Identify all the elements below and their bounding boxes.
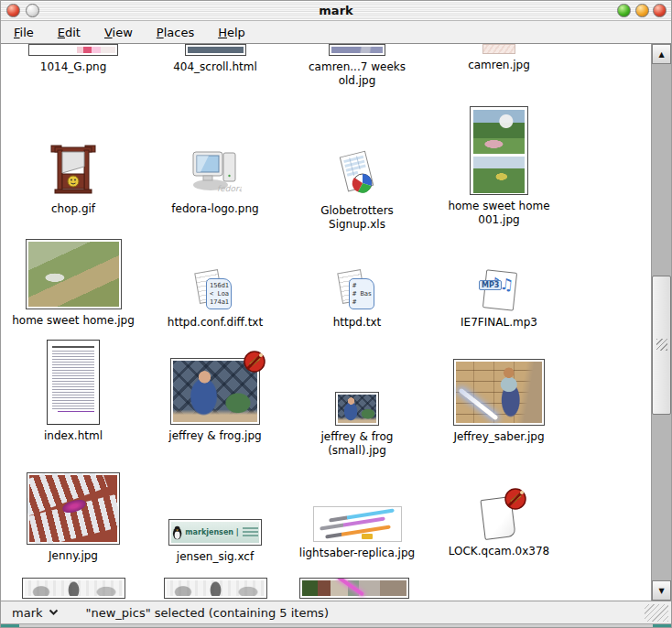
file-item[interactable]: jeffrey & frog (small).jpg	[288, 392, 426, 458]
file-item[interactable]: markjensen | jensen_sig.xcf	[146, 519, 284, 564]
window-close-button-right-icon[interactable]	[653, 4, 667, 17]
file-item[interactable]: lightsaber-replica.jpg	[288, 506, 426, 560]
image-thumbnail	[164, 578, 267, 599]
menu-view[interactable]: View	[95, 23, 142, 42]
image-thumbnail	[185, 44, 246, 56]
file-label: camren...7 weeks old.jpg	[306, 60, 408, 88]
image-thumbnail	[28, 44, 118, 56]
audio-file-icon: ♪♫ MP3	[477, 269, 521, 311]
spreadsheet-icon	[334, 150, 380, 200]
no-write-emblem-icon	[243, 350, 267, 374]
file-label: httpd.txt	[333, 316, 382, 330]
menu-file[interactable]: File	[5, 23, 43, 42]
menubar: File Edit View Places Help	[1, 21, 671, 44]
file-label: httpd.conf.diff.txt	[168, 316, 263, 330]
image-thumbnail	[482, 44, 515, 54]
file-label: jeffrey & frog.jpg	[168, 429, 261, 443]
file-label: Jenny.jpg	[49, 549, 98, 563]
image-thumbnail	[22, 578, 125, 599]
scrollbar-thumb[interactable]	[652, 276, 671, 415]
file-label: Jeffrey_saber.jpg	[453, 430, 544, 444]
image-thumbnail	[470, 106, 528, 195]
file-label: fedora-logo.png	[171, 202, 258, 216]
file-item[interactable]	[146, 578, 284, 599]
file-label: Globetrotters Signup.xls	[311, 204, 403, 232]
menu-edit[interactable]: Edit	[49, 23, 90, 42]
location-button[interactable]: mark	[8, 604, 62, 622]
file-label: 404_scroll.html	[173, 60, 257, 74]
tux-penguin-icon	[172, 525, 182, 541]
file-item[interactable]: Jenny.jpg	[5, 472, 142, 563]
image-thumbnail	[26, 239, 122, 309]
file-label: chop.gif	[51, 202, 95, 216]
resize-grip[interactable]	[645, 604, 668, 622]
image-thumbnail	[299, 578, 409, 599]
window-title: mark	[1, 4, 671, 17]
file-item[interactable]: # # Bas # httpd.txt	[288, 271, 426, 330]
no-write-emblem-icon	[504, 487, 528, 512]
fedora-watermark: fedora	[217, 184, 242, 193]
file-item[interactable]: 156d1 < Loa 174a1 httpd.conf.diff.txt	[146, 271, 284, 330]
statusbar: mark "new_pics" selected (containing 5 i…	[1, 601, 671, 623]
file-label: home sweet home.jpg	[12, 314, 135, 328]
window-frame-bottom	[1, 623, 671, 628]
file-label: 1014_G.png	[40, 60, 107, 74]
chevron-down-icon	[49, 609, 59, 616]
arrow-down-icon: ▼	[658, 587, 664, 595]
file-item[interactable]: fedora fedora-logo.png	[146, 146, 284, 216]
file-item[interactable]: jeffrey & frog.jpg	[146, 358, 284, 443]
scroll-up-button[interactable]: ▲	[652, 44, 671, 64]
file-label: home sweet home 001.jpg	[442, 200, 557, 227]
status-text: "new_pics" selected (containing 5 items)	[86, 606, 329, 620]
guillotine-gif-icon	[49, 143, 97, 198]
file-label: camren.jpg	[468, 59, 530, 72]
titlebar[interactable]: mark	[1, 1, 671, 21]
file-label: index.html	[44, 429, 103, 443]
file-item[interactable]: 404_scroll.html	[146, 44, 284, 74]
diff-text-icon: 156d1 < Loa 174a1	[197, 271, 233, 311]
file-label: jensen_sig.xcf	[177, 550, 254, 564]
frame-corner-right	[653, 624, 671, 628]
frame-corner-left	[1, 624, 19, 628]
file-item[interactable]	[5, 578, 142, 599]
image-thumbnail	[313, 506, 402, 542]
menu-places[interactable]: Places	[147, 23, 203, 42]
arrow-up-icon: ▲	[658, 50, 664, 59]
file-label: LOCK.qcam.0x378	[449, 545, 549, 558]
signature-banner-thumbnail: markjensen |	[168, 519, 262, 546]
image-thumbnail	[329, 44, 385, 56]
file-label: IE7FINAL.mp3	[461, 316, 537, 330]
mp3-badge: MP3	[479, 280, 502, 290]
file-item[interactable]: Jeffrey_saber.jpg	[430, 359, 568, 444]
file-label: jeffrey & frog (small).jpg	[311, 430, 403, 458]
scroll-down-button[interactable]: ▼	[652, 580, 671, 601]
text-file-icon: # # Bas #	[340, 271, 374, 311]
image-thumbnail	[453, 359, 545, 426]
file-item[interactable]: LOCK.qcam.0x378	[430, 494, 568, 558]
file-item[interactable]: ♪♫ MP3 IE7FINAL.mp3	[430, 269, 568, 330]
location-label: mark	[12, 606, 43, 620]
window-maximize-button-icon[interactable]	[617, 4, 631, 17]
sig-text: markjensen |	[185, 528, 238, 536]
file-item[interactable]	[286, 578, 423, 599]
file-item[interactable]: index.html	[5, 340, 142, 443]
file-item[interactable]: home sweet home 001.jpg	[430, 106, 568, 227]
lightsaber-glow	[458, 388, 498, 421]
file-item[interactable]: home sweet home.jpg	[5, 239, 142, 328]
image-thumbnail	[27, 472, 120, 545]
image-thumbnail	[335, 392, 379, 426]
menu-help[interactable]: Help	[209, 23, 255, 42]
icon-view[interactable]: 1014_G.png 404_scroll.html camren...7 we…	[1, 44, 651, 601]
file-item[interactable]: camren.jpg	[430, 44, 568, 72]
file-item[interactable]: chop.gif	[5, 143, 142, 216]
html-page-thumbnail	[47, 340, 100, 425]
file-item[interactable]: 1014_G.png	[5, 44, 142, 74]
window-minimize-button-icon[interactable]	[635, 4, 649, 17]
file-item[interactable]: Globetrotters Signup.xls	[288, 150, 426, 232]
file-label: lightsaber-replica.jpg	[299, 547, 415, 560]
file-item[interactable]: camren...7 weeks old.jpg	[288, 44, 426, 88]
locked-file-icon	[481, 494, 517, 540]
vertical-scrollbar[interactable]: ▲ ▼	[651, 44, 671, 601]
file-manager-window: mark File Edit View Places Help 1014_G.p…	[0, 0, 672, 628]
computer-image-icon: fedora	[189, 146, 242, 198]
